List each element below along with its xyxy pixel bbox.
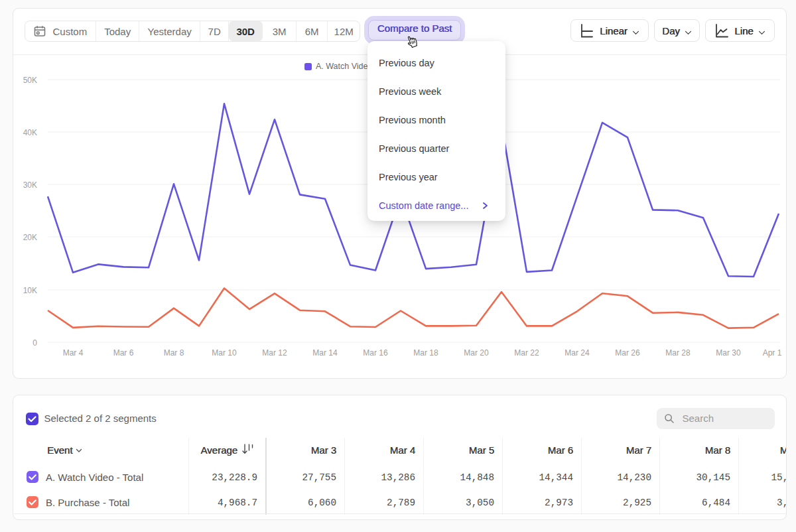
svg-text:Mar 14: Mar 14 [312,348,338,358]
svg-text:50K: 50K [23,76,37,85]
svg-text:Mar 22: Mar 22 [514,348,539,358]
svg-text:Mar 20: Mar 20 [464,348,489,358]
svg-text:20K: 20K [23,233,37,242]
svg-text:Mar 12: Mar 12 [262,348,287,358]
svg-text:Mar 10: Mar 10 [212,348,237,358]
svg-text:Mar 26: Mar 26 [615,348,640,358]
svg-text:0: 0 [33,338,37,348]
svg-text:Mar 6: Mar 6 [113,348,134,358]
svg-text:10K: 10K [23,286,37,295]
svg-text:Mar 16: Mar 16 [363,348,388,358]
svg-text:30K: 30K [23,180,37,190]
svg-text:Mar 30: Mar 30 [716,348,741,358]
svg-text:Apr 1: Apr 1 [763,348,782,358]
svg-text:Mar 24: Mar 24 [564,348,590,358]
svg-text:Mar 28: Mar 28 [665,348,691,358]
svg-text:Mar 8: Mar 8 [164,348,184,358]
svg-text:Mar 18: Mar 18 [413,348,438,358]
svg-text:40K: 40K [23,128,37,137]
svg-text:Mar 4: Mar 4 [63,348,84,358]
